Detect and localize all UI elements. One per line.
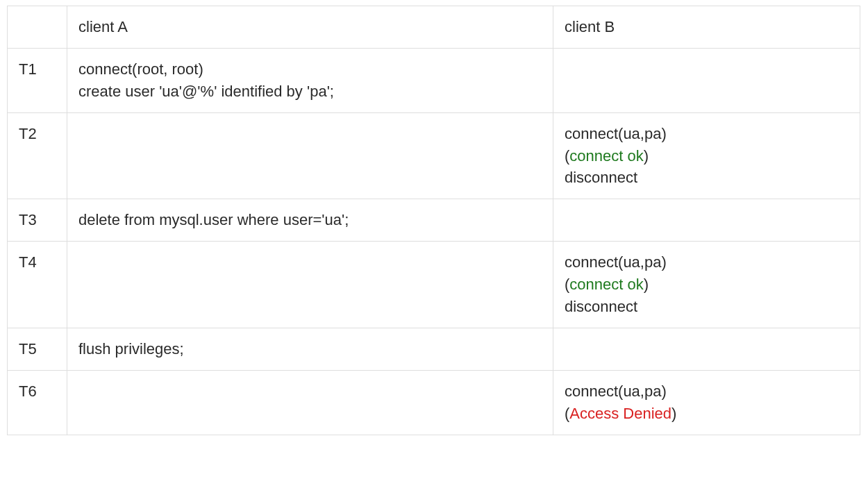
paren-close: ) bbox=[671, 405, 676, 422]
client-b-cell bbox=[553, 199, 860, 242]
timeline-table: client A client B T1 connect(root, root)… bbox=[7, 6, 860, 435]
table-row: T6 connect(ua,pa) (Access Denied) bbox=[8, 370, 860, 435]
client-a-cell: connect(root, root) create user 'ua'@'%'… bbox=[67, 48, 553, 112]
table-row: T4 connect(ua,pa) (connect ok) disconnec… bbox=[8, 242, 860, 328]
step-label: T2 bbox=[8, 112, 67, 199]
step-label: T1 bbox=[8, 48, 67, 112]
cell-text: connect(root, root) bbox=[78, 60, 203, 78]
client-b-cell: connect(ua,pa) (connect ok) disconnect bbox=[553, 112, 860, 199]
client-b-cell: connect(ua,pa) (connect ok) disconnect bbox=[553, 242, 860, 328]
header-client-a: client A bbox=[67, 6, 553, 49]
header-client-b: client B bbox=[553, 6, 860, 49]
paren-close: ) bbox=[644, 147, 649, 165]
client-a-cell bbox=[67, 370, 553, 435]
cell-text: connect(ua,pa) bbox=[565, 253, 667, 271]
step-label: T6 bbox=[8, 370, 67, 435]
client-a-cell: flush privileges; bbox=[67, 328, 553, 370]
client-a-cell: delete from mysql.user where user='ua'; bbox=[67, 199, 553, 242]
step-label: T5 bbox=[8, 328, 67, 370]
status-error: Access Denied bbox=[569, 405, 671, 422]
cell-text: connect(ua,pa) bbox=[565, 125, 667, 142]
step-label: T3 bbox=[8, 199, 67, 242]
cell-text: disconnect bbox=[565, 298, 637, 315]
table-row: T1 connect(root, root) create user 'ua'@… bbox=[8, 48, 860, 112]
client-b-cell: connect(ua,pa) (Access Denied) bbox=[553, 370, 860, 435]
table-row: T5 flush privileges; bbox=[8, 328, 860, 370]
table-row: T3 delete from mysql.user where user='ua… bbox=[8, 199, 860, 242]
client-a-cell bbox=[67, 242, 553, 328]
status-ok: connect ok bbox=[569, 276, 643, 293]
paren-close: ) bbox=[644, 276, 649, 293]
step-label: T4 bbox=[8, 242, 67, 328]
status-ok: connect ok bbox=[569, 147, 643, 165]
table-row: T2 connect(ua,pa) (connect ok) disconnec… bbox=[8, 112, 860, 199]
table-header-row: client A client B bbox=[8, 6, 860, 49]
header-step bbox=[8, 6, 67, 49]
cell-text: create user 'ua'@'%' identified by 'pa'; bbox=[78, 83, 334, 100]
cell-text: connect(ua,pa) bbox=[565, 383, 667, 400]
cell-text: disconnect bbox=[565, 169, 637, 186]
client-b-cell bbox=[553, 48, 860, 112]
client-b-cell bbox=[553, 328, 860, 370]
client-a-cell bbox=[67, 112, 553, 199]
